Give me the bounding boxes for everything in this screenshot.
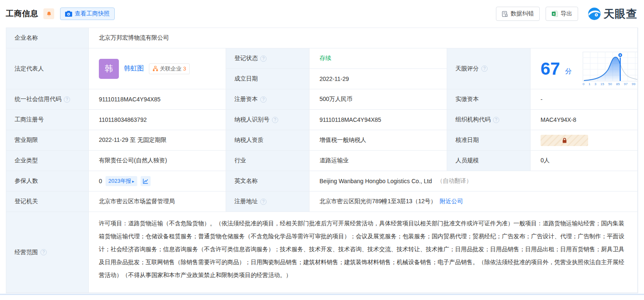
staff-size-value: 0人 [531,151,638,171]
section-header: 工商信息 查看工商快照 数据纠错 X 导出 天眼查 [0,0,644,28]
help-icon[interactable] [260,55,267,62]
score-unit: 分 [565,67,572,76]
reg-capital-label: 注册资本 [226,89,309,110]
industry-label: 行业 [226,151,309,171]
help-icon[interactable] [272,117,278,123]
tianyancha-logo[interactable]: 天眼查 [587,7,637,21]
establish-date-label: 成立日期 [226,69,309,89]
view-business-snapshot-button[interactable]: 查看工商快照 [60,8,115,20]
nearby-companies-link[interactable]: 附近公司 [440,198,463,205]
score-number: 67 [541,60,560,78]
org-chart-icon [153,66,158,71]
business-term-value: 2022-11-29 至 无固定期限 [89,130,226,151]
establish-date-value: 2022-11-29 [309,69,447,89]
help-icon[interactable] [481,66,488,72]
company-name-label: 企业名称 [6,28,89,48]
taxpayer-quality-value: 增值税一般纳税人 [309,130,447,151]
taxpayer-quality-label: 纳税人资质 [226,130,309,151]
bell-icon [46,11,52,17]
auto-translate-note: （自动翻译） [437,177,472,185]
reg-authority-label: 登记机关 [6,192,89,212]
paid-capital-value: - [531,89,638,110]
score-axis-ticks: 0131550859799100 [583,82,638,86]
locked-value-placeholder[interactable] [541,135,588,146]
caret-right-icon: ▸ [132,179,134,184]
business-info-table: 企业名称 北京万邦宏博物流有限公司 法定代表人 韩 韩虹图 关联企业 3 登记状… [6,28,638,293]
english-name-value: Beijing Wanbang Hongbo Logistics Co., Lt… [309,171,638,192]
legal-rep-value: 韩 韩虹图 关联企业 3 [89,48,226,89]
insured-count-value: 0 2023年报 ▸ [89,171,226,192]
section-divider [0,294,644,295]
business-term-label: 营业期限 [6,130,89,151]
notification-bell-button[interactable] [43,8,54,19]
reg-number-value: 110118034863792 [89,110,226,130]
insured-trend-button[interactable] [141,176,151,186]
reg-status-label: 登记状态 [226,48,309,69]
tianyancha-logo-icon [587,7,601,21]
paid-capital-label: 实缴资本 [447,89,531,110]
annual-report-tag[interactable]: 2023年报 ▸ [106,176,137,186]
insured-count-label: 参保人数 [6,171,89,192]
taxpayer-id-label: 纳税人识别号 [226,110,309,130]
legal-rep-label: 法定代表人 [6,48,89,89]
reg-address-value: 北京市密云区阳光街789幢1至3层13（12号） 附近公司 [309,192,638,212]
taxpayer-id-value: 91110118MAC4Y94X85 [309,110,447,130]
reg-status-value: 存续 [309,48,447,69]
org-code-value: MAC4Y94X-8 [531,110,638,130]
industry-value: 道路运输业 [309,151,447,171]
legal-rep-name-link[interactable]: 韩虹图 [124,64,144,73]
data-correction-button[interactable]: 数据纠错 [496,7,540,21]
excel-icon: X [551,10,558,17]
page-title: 工商信息 [6,8,38,19]
data-correction-icon [502,11,508,17]
english-name-label: 英文名称 [226,171,309,192]
company-type-value: 有限责任公司(自然人独资) [89,151,226,171]
staff-size-label: 人员规模 [447,151,531,171]
help-icon[interactable] [40,249,47,255]
help-icon[interactable] [260,199,267,205]
reg-authority-value: 北京市密云区市场监督管理局 [89,192,226,212]
business-scope-value: 许可项目：道路货物运输（不含危险货物）。（依法须经批准的项目，经相关部门批准后方… [89,212,638,293]
approve-date-value [531,130,638,151]
company-type-label: 企业类型 [6,151,89,171]
score-distribution-chart: 0131550859799100 [583,52,638,86]
help-icon[interactable] [260,96,267,103]
reg-number-label: 工商注册号 [6,110,89,130]
approve-date-label: 核准日期 [447,130,531,151]
tianyan-score-value: 67 分 [531,48,638,89]
company-name-value: 北京万邦宏博物流有限公司 [89,28,638,48]
tianyan-score-label: 天眼评分 [447,48,531,89]
related-companies-count: 3 [183,66,186,72]
export-button[interactable]: X 导出 [546,7,578,21]
legal-rep-avatar[interactable]: 韩 [99,59,119,79]
business-scope-label: 经营范围 [6,212,89,293]
lock-icon [561,137,568,144]
svg-text:X: X [553,12,555,16]
help-icon[interactable] [64,96,70,103]
org-code-label: 组织机构代码 [447,110,531,130]
line-chart-icon [143,178,148,184]
related-companies-tag[interactable]: 关联企业 3 [149,63,190,74]
credit-code-label: 统一社会信用代码 [6,89,89,110]
camera-icon [65,11,72,17]
help-icon[interactable] [493,117,499,123]
reg-address-label: 注册地址 [226,192,309,212]
credit-code-value: 91110118MAC4Y94X85 [89,89,226,110]
reg-capital-value: 500万人民币 [309,89,447,110]
